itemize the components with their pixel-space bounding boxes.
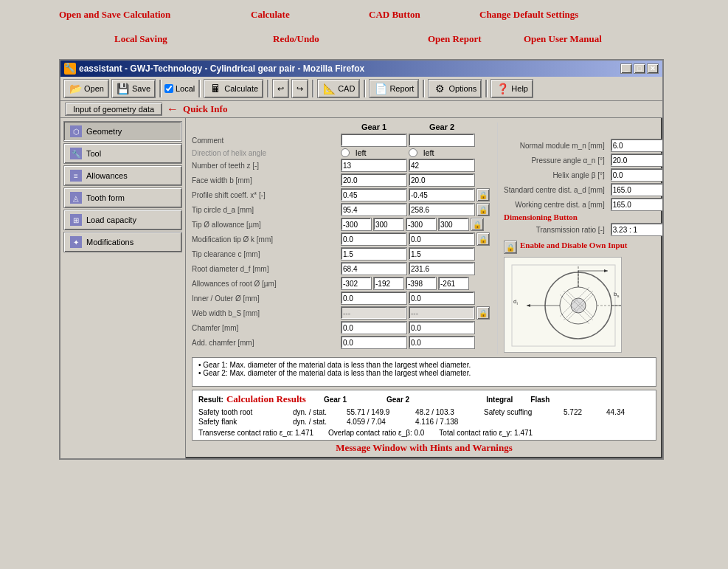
sidebar-item-tool[interactable]: 🔧 Tool bbox=[63, 143, 182, 164]
title-bar-left: 🔧 eassistant - GWJ-Technology - Cylindri… bbox=[64, 63, 364, 75]
mod-tip-row: Modification tip Ø k [mm] 🔒 bbox=[192, 232, 491, 246]
add-chamfer-g1-input[interactable] bbox=[341, 336, 407, 349]
gear1-header: Gear 1 bbox=[341, 123, 407, 131]
teeth-g2-input[interactable] bbox=[409, 159, 475, 172]
enable-disable-lock[interactable]: 🔒 bbox=[504, 241, 517, 254]
profile-shift-g2-input[interactable] bbox=[409, 188, 475, 201]
transmission-input bbox=[611, 223, 662, 236]
mod-tip-lock[interactable]: 🔒 bbox=[476, 232, 490, 246]
chamfer-g2-input[interactable] bbox=[409, 321, 475, 334]
profile-shift-g1-input[interactable] bbox=[341, 188, 407, 201]
gear1-col-header: Gear 1 bbox=[324, 396, 347, 404]
redo-button[interactable]: ↪ bbox=[291, 79, 308, 98]
tip-allow-g2-lower-input[interactable] bbox=[406, 218, 437, 231]
sidebar-item-tooth-form[interactable]: ◬ Tooth form bbox=[63, 187, 182, 208]
options-icon: ⚙ bbox=[433, 82, 446, 95]
dimensioning-annotation-area: Dimensioning Button bbox=[504, 213, 662, 221]
working-centre-input[interactable] bbox=[611, 198, 662, 211]
safety-flank-label: Safety flank bbox=[198, 418, 287, 426]
result-header: Result: Calculation Results Gear 1 Gear … bbox=[198, 393, 650, 405]
comment-g1-input[interactable] bbox=[341, 134, 407, 147]
right-form: Normal module m_n [mm] Pressure angle α_… bbox=[497, 123, 662, 354]
direction-row: Direction of helix angle left left bbox=[192, 148, 491, 157]
face-width-g2-input[interactable] bbox=[409, 173, 475, 187]
dir-g1-left-radio[interactable] bbox=[341, 148, 350, 157]
help-button[interactable]: ❓ Help bbox=[490, 79, 533, 98]
tip-circle-g1-input[interactable] bbox=[341, 203, 407, 216]
redo-icon: ↪ bbox=[297, 84, 303, 94]
add-chamfer-g2-input[interactable] bbox=[409, 336, 475, 349]
tip-circle-label: Tip circle d_a [mm] bbox=[192, 206, 339, 214]
helix-angle-input[interactable] bbox=[611, 168, 662, 182]
cad-button[interactable]: 📐 CAD bbox=[317, 79, 360, 98]
tooth-form-label: Tooth form bbox=[86, 193, 125, 202]
local-checkbox[interactable] bbox=[164, 84, 173, 93]
load-capacity-icon: ⊞ bbox=[70, 214, 82, 226]
sidebar-item-modifications[interactable]: ✦ Modifications bbox=[63, 232, 182, 252]
save-button[interactable]: 💾 Save bbox=[111, 79, 156, 98]
comment-g2-input[interactable] bbox=[409, 134, 475, 147]
root-diam-g2-input[interactable] bbox=[409, 262, 475, 275]
open-button[interactable]: 📂 Open bbox=[63, 79, 109, 98]
close-button[interactable]: ✕ bbox=[647, 63, 659, 74]
quick-info-label: Quick Info bbox=[183, 103, 227, 115]
annotation-change-default: Change Default Settings bbox=[479, 9, 578, 21]
tip-clear-g2-input[interactable] bbox=[409, 247, 475, 261]
undo-button[interactable]: ↩ bbox=[272, 79, 289, 98]
tip-allow-g1-lower-input[interactable] bbox=[341, 218, 372, 231]
total-contact-label: Total contact ratio ε_γ: 1.471 bbox=[439, 429, 533, 437]
comment-label: Comment bbox=[192, 137, 339, 145]
integral-col-header: Integral bbox=[486, 396, 513, 404]
calculate-button[interactable]: 🖩 Calculate bbox=[204, 79, 263, 98]
profile-shift-label: Profile shift coeff. x* [-] bbox=[192, 191, 339, 199]
root-allow-g1-lower-input[interactable] bbox=[341, 277, 372, 290]
sidebar-item-geometry[interactable]: ⬡ Geometry bbox=[63, 121, 182, 142]
dir-g1-left-label: left bbox=[356, 148, 367, 157]
inner-outer-g2-input[interactable] bbox=[409, 292, 475, 305]
web-width-lock[interactable]: 🔒 bbox=[476, 306, 490, 320]
root-allow-g1-upper-input[interactable] bbox=[373, 277, 404, 290]
gear-diagram-container: di bs bbox=[504, 257, 662, 354]
root-allow-g2-upper-input[interactable] bbox=[438, 277, 469, 290]
report-button[interactable]: 📄 Report bbox=[369, 79, 419, 98]
web-width-g2-input[interactable] bbox=[409, 306, 475, 320]
sidebar-item-load-capacity[interactable]: ⊞ Load capacity bbox=[63, 210, 182, 230]
normal-module-input[interactable] bbox=[611, 139, 662, 152]
sidebar-item-allowances[interactable]: ≡ Allowances bbox=[63, 165, 182, 186]
hint-line1: • Gear 1: Max. diameter of the material … bbox=[198, 361, 650, 369]
root-allow-g2-lower-input[interactable] bbox=[406, 277, 437, 290]
face-width-g1-input[interactable] bbox=[341, 173, 407, 187]
tip-allow-g2-upper-input[interactable] bbox=[438, 218, 469, 231]
message-window-annotation: Message Window with Hints and Warnings bbox=[336, 442, 512, 453]
tip-circle-g2-input[interactable] bbox=[409, 203, 475, 216]
pressure-angle-input[interactable] bbox=[611, 154, 662, 167]
options-button[interactable]: ⚙ Options bbox=[428, 79, 482, 98]
title-bar-buttons[interactable]: _ □ ✕ bbox=[620, 63, 659, 74]
root-diam-g1-input[interactable] bbox=[341, 262, 407, 275]
tip-allow-lock[interactable]: 🔒 bbox=[471, 218, 484, 231]
breadcrumb-tab[interactable]: Input of geometry data bbox=[65, 103, 162, 116]
mod-tip-g1-input[interactable] bbox=[341, 232, 407, 246]
teeth-g1-input[interactable] bbox=[341, 159, 407, 172]
minimize-button[interactable]: _ bbox=[620, 63, 632, 74]
help-icon: ❓ bbox=[496, 82, 509, 95]
tip-allow-g1-upper-input[interactable] bbox=[373, 218, 404, 231]
maximize-button[interactable]: □ bbox=[634, 63, 645, 74]
inner-outer-g1-input[interactable] bbox=[341, 292, 407, 305]
web-width-g1-input[interactable] bbox=[341, 306, 407, 320]
tip-clear-g1-input[interactable] bbox=[341, 247, 407, 261]
mod-tip-g2-input[interactable] bbox=[409, 232, 475, 246]
tip-circle-lock[interactable]: 🔒 bbox=[476, 203, 490, 216]
app-icon: 🔧 bbox=[64, 63, 76, 75]
dir-g2-left-radio[interactable] bbox=[409, 148, 417, 157]
tip-clear-row: Tip clearance c [mm] bbox=[192, 247, 491, 261]
profile-shift-lock[interactable]: 🔒 bbox=[476, 188, 490, 201]
safety-tooth-label: Safety tooth root bbox=[198, 408, 287, 416]
geometry-label: Geometry bbox=[86, 127, 122, 136]
std-centre-input[interactable] bbox=[611, 183, 662, 196]
chamfer-g1-input[interactable] bbox=[341, 321, 407, 334]
helix-angle-row: Helix angle β [°] bbox=[504, 168, 662, 182]
options-label: Options bbox=[448, 84, 476, 93]
undo-icon: ↩ bbox=[277, 84, 284, 94]
annotation-open-report: Open Report bbox=[428, 33, 482, 45]
